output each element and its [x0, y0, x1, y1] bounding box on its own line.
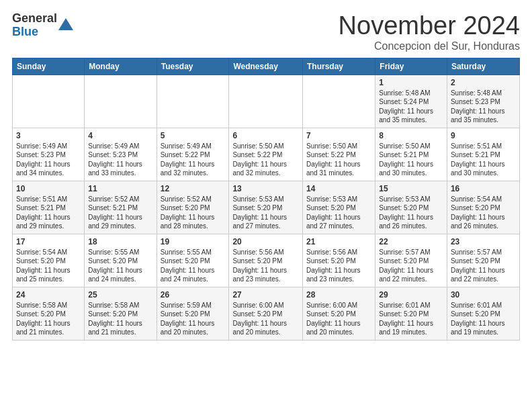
logo-text: General Blue: [12, 12, 57, 39]
subtitle: Concepcion del Sur, Honduras: [339, 40, 520, 52]
cell-content: Sunrise: 5:53 AMSunset: 5:20 PMDaylight:…: [379, 195, 443, 231]
header-friday: Friday: [375, 58, 447, 75]
calendar-cell: 30Sunrise: 6:01 AMSunset: 5:20 PMDayligh…: [447, 287, 519, 340]
calendar-cell: [302, 75, 375, 128]
month-title: November 2024: [339, 12, 520, 40]
cell-content: Sunrise: 5:57 AMSunset: 5:20 PMDaylight:…: [451, 248, 516, 284]
day-number: 10: [16, 184, 81, 193]
day-number: 7: [306, 131, 371, 140]
day-number: 11: [88, 184, 152, 193]
day-number: 3: [16, 131, 81, 140]
day-number: 21: [306, 237, 371, 246]
day-number: 19: [161, 237, 226, 246]
cell-content: Sunrise: 5:51 AMSunset: 5:21 PMDaylight:…: [451, 142, 516, 178]
day-number: 4: [88, 131, 152, 140]
day-number: 22: [379, 237, 443, 246]
logo: General Blue: [12, 12, 73, 39]
calendar-cell: 1Sunrise: 5:48 AMSunset: 5:24 PMDaylight…: [375, 75, 447, 128]
calendar-cell: 27Sunrise: 6:00 AMSunset: 5:20 PMDayligh…: [229, 287, 303, 340]
cell-content: Sunrise: 5:54 AMSunset: 5:20 PMDaylight:…: [451, 195, 516, 231]
calendar-cell: [229, 75, 303, 128]
day-number: 18: [88, 237, 152, 246]
cell-content: Sunrise: 5:55 AMSunset: 5:20 PMDaylight:…: [161, 248, 226, 284]
calendar-cell: 17Sunrise: 5:54 AMSunset: 5:20 PMDayligh…: [13, 234, 85, 287]
calendar-cell: 5Sunrise: 5:49 AMSunset: 5:22 PMDaylight…: [157, 128, 229, 181]
cell-content: Sunrise: 5:50 AMSunset: 5:21 PMDaylight:…: [379, 142, 443, 178]
day-number: 8: [379, 131, 443, 140]
day-number: 23: [451, 237, 516, 246]
calendar-cell: 19Sunrise: 5:55 AMSunset: 5:20 PMDayligh…: [157, 234, 229, 287]
header-saturday: Saturday: [447, 58, 519, 75]
calendar-cell: 8Sunrise: 5:50 AMSunset: 5:21 PMDaylight…: [375, 128, 447, 181]
page: General Blue November 2024 Concepcion de…: [0, 0, 532, 347]
cell-content: Sunrise: 6:01 AMSunset: 5:20 PMDaylight:…: [451, 301, 516, 337]
calendar-cell: 12Sunrise: 5:52 AMSunset: 5:20 PMDayligh…: [157, 181, 229, 234]
cell-content: Sunrise: 6:00 AMSunset: 5:20 PMDaylight:…: [232, 301, 299, 337]
cell-content: Sunrise: 5:52 AMSunset: 5:21 PMDaylight:…: [88, 195, 152, 231]
calendar-week-4: 24Sunrise: 5:58 AMSunset: 5:20 PMDayligh…: [13, 287, 520, 340]
cell-content: Sunrise: 5:59 AMSunset: 5:20 PMDaylight:…: [161, 301, 226, 337]
calendar-cell: 15Sunrise: 5:53 AMSunset: 5:20 PMDayligh…: [375, 181, 447, 234]
calendar-cell: 20Sunrise: 5:56 AMSunset: 5:20 PMDayligh…: [229, 234, 303, 287]
cell-content: Sunrise: 5:48 AMSunset: 5:24 PMDaylight:…: [379, 89, 443, 125]
day-number: 12: [161, 184, 226, 193]
calendar-cell: 16Sunrise: 5:54 AMSunset: 5:20 PMDayligh…: [447, 181, 519, 234]
cell-content: Sunrise: 6:01 AMSunset: 5:20 PMDaylight:…: [379, 301, 443, 337]
cell-content: Sunrise: 5:53 AMSunset: 5:20 PMDaylight:…: [232, 195, 299, 231]
cell-content: Sunrise: 5:49 AMSunset: 5:22 PMDaylight:…: [161, 142, 226, 178]
calendar-week-3: 17Sunrise: 5:54 AMSunset: 5:20 PMDayligh…: [13, 234, 520, 287]
day-number: 6: [232, 131, 299, 140]
day-number: 30: [451, 290, 516, 300]
logo-general: General: [12, 12, 57, 26]
header-sunday: Sunday: [13, 58, 85, 75]
day-number: 28: [306, 290, 371, 300]
calendar-cell: 10Sunrise: 5:51 AMSunset: 5:21 PMDayligh…: [13, 181, 85, 234]
cell-content: Sunrise: 5:50 AMSunset: 5:22 PMDaylight:…: [232, 142, 299, 178]
calendar-cell: 29Sunrise: 6:01 AMSunset: 5:20 PMDayligh…: [375, 287, 447, 340]
calendar-cell: [13, 75, 85, 128]
cell-content: Sunrise: 5:54 AMSunset: 5:20 PMDaylight:…: [16, 248, 81, 284]
day-number: 15: [379, 184, 443, 193]
svg-marker-0: [58, 18, 73, 30]
logo-icon: [58, 17, 73, 32]
day-number: 17: [16, 237, 81, 246]
day-number: 16: [451, 184, 516, 193]
day-number: 24: [16, 290, 81, 300]
calendar-header-row: Sunday Monday Tuesday Wednesday Thursday…: [13, 58, 520, 75]
calendar-week-0: 1Sunrise: 5:48 AMSunset: 5:24 PMDaylight…: [13, 75, 520, 128]
day-number: 20: [232, 237, 299, 246]
cell-content: Sunrise: 5:53 AMSunset: 5:20 PMDaylight:…: [306, 195, 371, 231]
cell-content: Sunrise: 5:56 AMSunset: 5:20 PMDaylight:…: [232, 248, 299, 284]
calendar-cell: 14Sunrise: 5:53 AMSunset: 5:20 PMDayligh…: [302, 181, 375, 234]
calendar-cell: 4Sunrise: 5:49 AMSunset: 5:23 PMDaylight…: [85, 128, 157, 181]
cell-content: Sunrise: 5:57 AMSunset: 5:20 PMDaylight:…: [379, 248, 443, 284]
header-tuesday: Tuesday: [157, 58, 229, 75]
title-block: November 2024 Concepcion del Sur, Hondur…: [339, 12, 520, 52]
cell-content: Sunrise: 5:51 AMSunset: 5:21 PMDaylight:…: [16, 195, 81, 231]
day-number: 25: [88, 290, 152, 300]
calendar-cell: 9Sunrise: 5:51 AMSunset: 5:21 PMDaylight…: [447, 128, 519, 181]
calendar-cell: 2Sunrise: 5:48 AMSunset: 5:23 PMDaylight…: [447, 75, 519, 128]
calendar-cell: 23Sunrise: 5:57 AMSunset: 5:20 PMDayligh…: [447, 234, 519, 287]
cell-content: Sunrise: 5:49 AMSunset: 5:23 PMDaylight:…: [88, 142, 152, 178]
calendar-cell: 6Sunrise: 5:50 AMSunset: 5:22 PMDaylight…: [229, 128, 303, 181]
cell-content: Sunrise: 5:50 AMSunset: 5:22 PMDaylight:…: [306, 142, 371, 178]
logo-blue: Blue: [12, 26, 57, 39]
calendar-cell: 3Sunrise: 5:49 AMSunset: 5:23 PMDaylight…: [13, 128, 85, 181]
calendar-table: Sunday Monday Tuesday Wednesday Thursday…: [12, 58, 520, 340]
calendar-week-1: 3Sunrise: 5:49 AMSunset: 5:23 PMDaylight…: [13, 128, 520, 181]
cell-content: Sunrise: 6:00 AMSunset: 5:20 PMDaylight:…: [306, 301, 371, 337]
header-wednesday: Wednesday: [229, 58, 303, 75]
day-number: 27: [232, 290, 299, 300]
calendar-cell: 25Sunrise: 5:58 AMSunset: 5:20 PMDayligh…: [85, 287, 157, 340]
cell-content: Sunrise: 5:49 AMSunset: 5:23 PMDaylight:…: [16, 142, 81, 178]
calendar-cell: 18Sunrise: 5:55 AMSunset: 5:20 PMDayligh…: [85, 234, 157, 287]
day-number: 1: [379, 78, 443, 87]
cell-content: Sunrise: 5:55 AMSunset: 5:20 PMDaylight:…: [88, 248, 152, 284]
day-number: 5: [161, 131, 226, 140]
day-number: 29: [379, 290, 443, 300]
calendar-cell: [85, 75, 157, 128]
day-number: 14: [306, 184, 371, 193]
calendar-cell: 11Sunrise: 5:52 AMSunset: 5:21 PMDayligh…: [85, 181, 157, 234]
calendar-cell: 7Sunrise: 5:50 AMSunset: 5:22 PMDaylight…: [302, 128, 375, 181]
